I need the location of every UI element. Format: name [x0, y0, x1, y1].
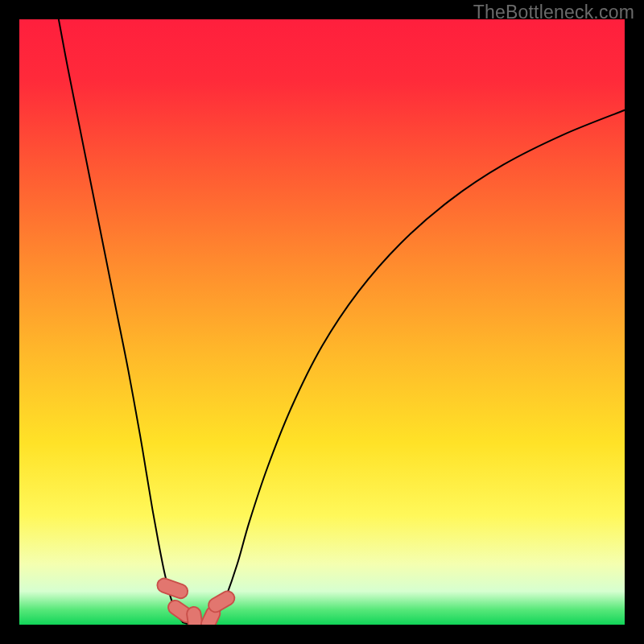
- chart-background: [19, 19, 625, 625]
- bottleneck-chart: [19, 19, 625, 625]
- chart-frame: [19, 19, 625, 625]
